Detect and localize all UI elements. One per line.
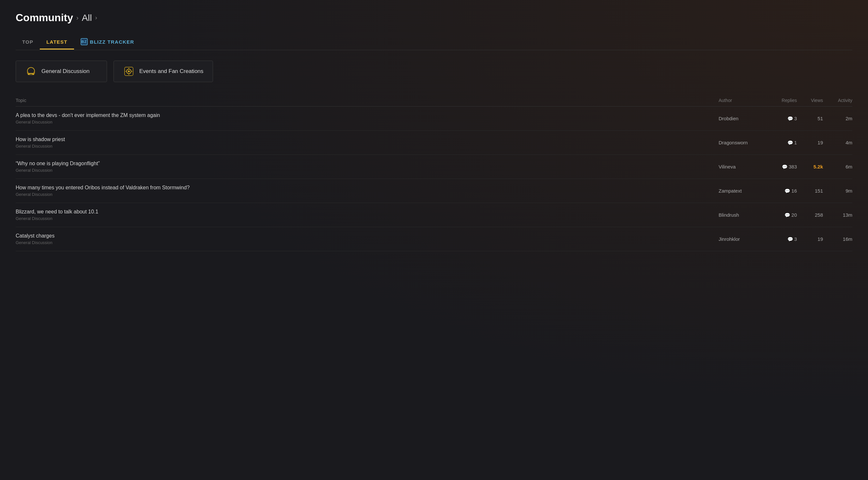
topic-title: “Why no one is playing Dragonflight” [16,161,719,167]
breadcrumb-sep2: › [95,14,97,21]
topic-title: Catalyst charges [16,233,719,239]
tabs-bar: TOP LATEST BZ BLIZZ TRACKER [16,34,852,50]
views-cell: 151 [797,188,823,194]
general-discussion-icon [25,66,37,77]
author-cell: Blindrush [719,212,771,218]
events-fan-creations-icon [123,66,135,77]
replies-count: 20 [792,212,797,218]
topic-cell: A plea to the devs - don't ever implemen… [16,112,719,125]
topic-table: Topic Author Replies Views Activity A pl… [16,95,852,251]
views-cell: 19 [797,140,823,145]
topic-category: General Discussion [16,192,719,197]
header-views: Views [797,98,823,103]
chat-icon: 💬 [782,164,787,169]
replies-count: 3 [794,116,797,121]
topic-cell: How is shadow priest General Discussion [16,137,719,148]
topic-title: How is shadow priest [16,137,719,142]
breadcrumb-community[interactable]: Community [16,12,73,24]
tab-blizz-tracker[interactable]: BZ BLIZZ TRACKER [74,34,141,50]
topic-category: General Discussion [16,144,719,148]
chat-icon: 💬 [787,116,793,121]
tab-blizz-tracker-label: BLIZZ TRACKER [90,39,134,45]
views-cell: 5.2k [797,164,823,169]
activity-cell: 4m [823,140,852,145]
breadcrumb-all[interactable]: All [82,13,92,23]
views-cell: 19 [797,236,823,242]
category-card-general[interactable]: General Discussion [16,61,107,82]
table-row[interactable]: Blizzard, we need to talk about 10.1 Gen… [16,203,852,227]
topic-category: General Discussion [16,240,719,245]
header-activity: Activity [823,98,852,103]
svg-text:BZ: BZ [81,40,87,44]
topic-category: General Discussion [16,216,719,221]
svg-point-4 [128,70,130,72]
chat-icon: 💬 [784,188,790,194]
replies-cell: 💬 16 [771,188,797,194]
category-card-events[interactable]: Events and Fan Creations [114,61,213,82]
topic-cell: Blizzard, we need to talk about 10.1 Gen… [16,209,719,221]
events-fan-creations-label: Events and Fan Creations [139,68,204,75]
topic-cell: How many times you entered Oribos instea… [16,185,719,197]
table-row[interactable]: How many times you entered Oribos instea… [16,179,852,203]
topic-category: General Discussion [16,119,719,125]
activity-cell: 16m [823,236,852,242]
topic-cell: Catalyst charges General Discussion [16,233,719,245]
activity-cell: 6m [823,164,852,169]
chat-icon: 💬 [784,212,790,218]
author-cell: Jinrohklor [719,236,771,242]
table-header: Topic Author Replies Views Activity [16,95,852,107]
views-cell: 258 [797,212,823,218]
activity-cell: 9m [823,188,852,194]
chat-icon: 💬 [787,140,793,145]
topic-title: A plea to the devs - don't ever implemen… [16,112,719,118]
topic-title: How many times you entered Oribos instea… [16,185,719,191]
author-cell: Dragonsworn [719,140,771,145]
topic-cell: “Why no one is playing Dragonflight” Gen… [16,161,719,173]
replies-cell: 💬 20 [771,212,797,218]
table-row[interactable]: “Why no one is playing Dragonflight” Gen… [16,155,852,179]
table-row[interactable]: A plea to the devs - don't ever implemen… [16,107,852,131]
topic-category: General Discussion [16,168,719,173]
replies-cell: 💬 1 [771,140,797,145]
activity-cell: 2m [823,116,852,121]
views-cell: 51 [797,116,823,121]
blizz-tracker-icon: BZ [81,38,88,45]
general-discussion-label: General Discussion [41,68,89,75]
topic-title: Blizzard, we need to talk about 10.1 [16,209,719,215]
header-replies: Replies [771,98,797,103]
replies-cell: 💬 3 [771,116,797,121]
category-cards: General Discussion Events and Fan Creati… [16,61,852,82]
replies-count: 1 [794,140,797,145]
table-row[interactable]: Catalyst charges General Discussion Jinr… [16,227,852,251]
author-cell: Zampatext [719,188,771,194]
header-author: Author [719,98,771,103]
author-cell: Vilineva [719,164,771,169]
table-rows: A plea to the devs - don't ever implemen… [16,107,852,251]
activity-cell: 13m [823,212,852,218]
replies-count: 3 [794,236,797,242]
author-cell: Drobdien [719,116,771,121]
header-topic: Topic [16,98,719,103]
breadcrumb-sep1: › [76,14,79,22]
replies-cell: 💬 3 [771,236,797,242]
tab-top[interactable]: TOP [16,35,40,49]
table-row[interactable]: How is shadow priest General Discussion … [16,131,852,155]
replies-cell: 💬 383 [771,164,797,169]
replies-count: 16 [792,188,797,194]
tab-latest[interactable]: LATEST [40,35,74,49]
replies-count: 383 [789,164,797,169]
breadcrumb: Community › All › [16,12,852,24]
chat-icon: 💬 [787,237,793,242]
